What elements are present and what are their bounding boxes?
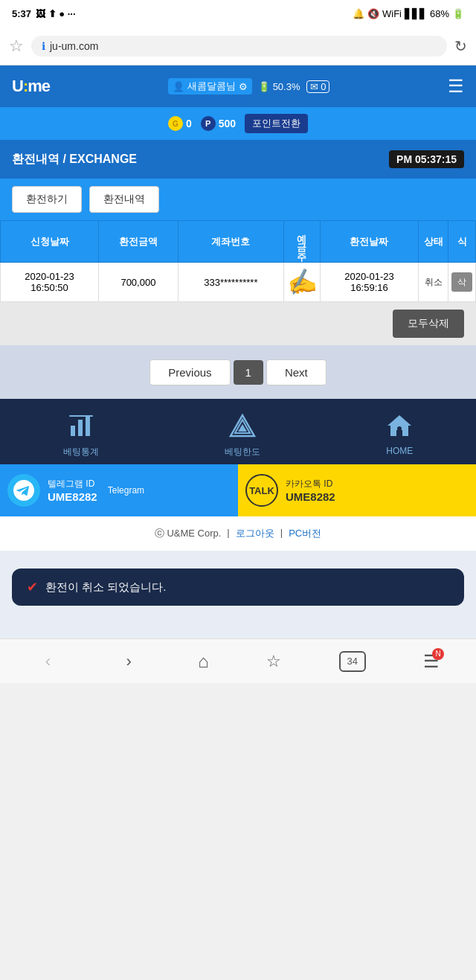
- telegram-label: 텔레그램 ID: [48, 478, 97, 490]
- limit-label: 베팅한도: [225, 446, 260, 458]
- table-row: 2020-01-2316:50:50 700,000 333**********…: [1, 263, 476, 302]
- battery-icon: 🔋: [452, 8, 464, 19]
- status-icons: 🖼 ⬆ ● ···: [36, 8, 76, 19]
- home-label: HOME: [386, 446, 413, 456]
- battery-status: 🔋 50.3%: [258, 81, 300, 92]
- depositor-cell: ✍: [283, 263, 320, 302]
- limit-icon: [229, 414, 256, 443]
- action-buttons: 환전하기 환전내역: [0, 179, 476, 220]
- col-account: 계좌번호: [178, 221, 283, 263]
- history-button[interactable]: 환전내역: [89, 186, 159, 213]
- divider-1: |: [227, 527, 229, 540]
- url-bar[interactable]: ℹ ju-um.com: [31, 36, 447, 57]
- status-right: 🔔 🔇 WiFi ▋▋▋ 68% 🔋: [353, 8, 464, 19]
- points-bar: G 0 P 500 포인트전환: [0, 107, 476, 140]
- logo-accent: :: [23, 77, 28, 95]
- kakao-id: UME8282: [286, 490, 335, 503]
- signal-icon: ▋▋▋: [405, 8, 427, 19]
- profile-icon: 👤: [173, 81, 184, 92]
- tabs-button[interactable]: 34: [339, 651, 366, 672]
- kakao-section[interactable]: TALK 카카오톡 ID UME8282: [238, 464, 476, 516]
- kakao-label: 카카오톡 ID: [286, 478, 335, 490]
- tab-count: 34: [347, 656, 358, 667]
- telegram-id: UME8282: [48, 490, 97, 503]
- telegram-icon: [7, 474, 40, 507]
- nav-betting-stats[interactable]: 베팅통계: [63, 414, 99, 455]
- coin-icon: G: [168, 116, 183, 131]
- mail-icon: ✉: [310, 81, 318, 92]
- delete-row-button[interactable]: 삭: [451, 272, 472, 292]
- status-cell: 취소: [419, 263, 448, 302]
- kakao-info: 카카오톡 ID UME8282: [286, 478, 335, 503]
- status-bar: 5:37 🖼 ⬆ ● ··· 🔔 🔇 WiFi ▋▋▋ 68% 🔋: [0, 0, 476, 27]
- exchange-header: 환전내역 / EXCHANGE PM 05:37:15: [0, 140, 476, 179]
- exchange-title: 환전내역 / EXCHANGE: [12, 152, 137, 167]
- battery-percentage: 50.3%: [273, 81, 300, 92]
- mail-count: 0: [321, 81, 326, 92]
- telegram-brand: Telegram: [108, 485, 144, 496]
- status-time: 5:37 🖼 ⬆ ● ···: [12, 8, 76, 19]
- app-header: U:me 👤 새콤달콤님 ⚙ 🔋 50.3% ✉ 0 ☰: [0, 65, 476, 107]
- bookmark-add-icon[interactable]: ☆: [266, 652, 281, 671]
- home-icon: [386, 414, 413, 443]
- svg-rect-2: [86, 417, 90, 436]
- convert-button[interactable]: 포인트전환: [245, 114, 308, 133]
- divider-2: |: [280, 527, 283, 540]
- toast-check-icon: ✔: [27, 579, 38, 595]
- svg-marker-7: [387, 415, 411, 436]
- sound-icon: 🔇: [367, 8, 379, 19]
- action-cell[interactable]: 삭: [448, 263, 476, 302]
- stats-icon: [68, 414, 94, 443]
- menu-button[interactable]: ☰ N: [423, 651, 440, 672]
- pagination: Previous 1 Next: [0, 345, 476, 399]
- col-depositor: 예금주: [283, 221, 320, 263]
- telegram-info: 텔레그램 ID UME8282: [48, 478, 97, 503]
- logout-link[interactable]: 로그아웃: [236, 527, 274, 540]
- toast-container: ✔ 환전이 취소 되었습니다.: [0, 551, 476, 624]
- url-text: ju-um.com: [50, 40, 98, 52]
- svg-rect-1: [78, 420, 83, 436]
- amount-cell: 700,000: [99, 263, 178, 302]
- col-status: 상태: [419, 221, 448, 263]
- battery-display: 68%: [430, 8, 449, 19]
- social-bar: 텔레그램 ID UME8282 Telegram TALK 카카오톡 ID UM…: [0, 464, 476, 516]
- nav-home[interactable]: HOME: [386, 414, 413, 455]
- browser-bottom-bar: ‹ › ⌂ ☆ 34 ☰ N: [0, 638, 476, 683]
- exchange-date-cell: 2020-01-2316:59:16: [320, 263, 418, 302]
- header-middle: 👤 새콤달콤님 ⚙ 🔋 50.3% ✉ 0: [50, 78, 448, 95]
- back-button[interactable]: ‹: [36, 647, 60, 676]
- exchange-table: 신청날짜 환전금액 계좌번호 예금주 환전날짜 상태 식 2020-01-231…: [0, 220, 476, 302]
- status-cancel-label: 취소: [425, 277, 443, 287]
- exchange-button[interactable]: 환전하기: [12, 186, 82, 213]
- request-date-cell: 2020-01-2316:50:50: [1, 263, 99, 302]
- col-exchange-date: 환전날짜: [320, 221, 418, 263]
- svg-rect-0: [71, 426, 75, 436]
- forward-button[interactable]: ›: [118, 647, 141, 676]
- hamburger-menu[interactable]: ☰: [448, 76, 464, 97]
- wifi-icon: WiFi: [382, 8, 402, 19]
- mail-badge[interactable]: ✉ 0: [306, 80, 330, 93]
- gold-amount: 0: [186, 118, 192, 129]
- stats-label: 베팅통계: [63, 446, 99, 458]
- footer-nav: 베팅통계 베팅한도 HOME: [0, 405, 476, 464]
- previous-button[interactable]: Previous: [149, 359, 230, 385]
- gold-points: G 0: [168, 116, 192, 131]
- telegram-section[interactable]: 텔레그램 ID UME8282 Telegram: [0, 464, 238, 516]
- bookmark-icon[interactable]: ☆: [9, 36, 24, 56]
- settings-icon[interactable]: ⚙: [239, 81, 248, 92]
- reload-icon[interactable]: ↻: [454, 37, 467, 55]
- exchange-time: PM 05:37:15: [389, 150, 464, 168]
- pc-version-link[interactable]: PC버전: [289, 527, 321, 540]
- username: 새콤달콤님: [187, 80, 236, 93]
- col-action: 식: [448, 221, 476, 263]
- copyright-bar: ⓒ U&ME Corp. | 로그아웃 | PC버전: [0, 516, 476, 551]
- home-button[interactable]: ⌂: [198, 651, 209, 672]
- nav-betting-limit[interactable]: 베팅한도: [225, 414, 260, 455]
- kakao-talk-icon: TALK: [245, 474, 278, 507]
- page-1-button[interactable]: 1: [234, 360, 263, 385]
- next-button[interactable]: Next: [266, 359, 327, 385]
- user-avatar: 👤 새콤달콤님 ⚙: [168, 78, 252, 95]
- delete-all-bar: 모두삭제: [0, 302, 476, 345]
- delete-all-button[interactable]: 모두삭제: [393, 310, 464, 338]
- dark-divider: [0, 399, 476, 405]
